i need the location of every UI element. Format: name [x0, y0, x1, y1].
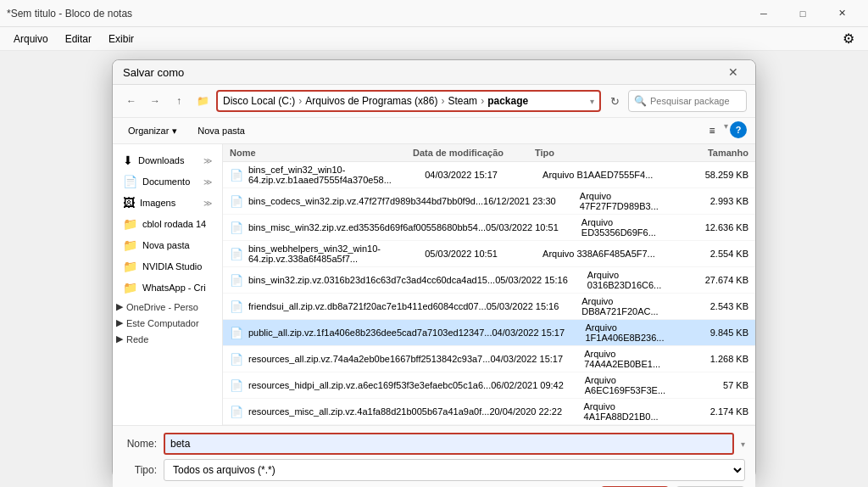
menu-arquivo[interactable]: Arquivo: [7, 30, 55, 48]
breadcrumb-part-1: Arquivos de Programas (x86): [305, 95, 437, 107]
dialog-content: ⬇ Downloads ≫ 📄 Documento ≫ 🖼 Imagens ≫ …: [113, 144, 755, 425]
table-row[interactable]: 📄 bins_win32.zip.vz.0316b23d16c63d7c3ad4…: [223, 267, 755, 294]
close-app-button[interactable]: ✕: [822, 0, 861, 27]
table-row[interactable]: 📄 bins_codecs_win32.zip.vz.47f27f7d989b3…: [223, 188, 755, 215]
table-row[interactable]: 📄 bins_misc_win32.zip.vz.ed35356d69f6af0…: [223, 215, 755, 241]
file-date: 05/03/2022 15:16: [487, 301, 581, 311]
new-folder-button[interactable]: Nova pasta: [191, 123, 252, 138]
sidebar-item-label: OneDrive - Perso: [126, 302, 198, 312]
filename-dropdown-icon[interactable]: ▾: [741, 439, 745, 449]
file-list-header: Nome Data de modificação Tipo Tamanho: [223, 144, 755, 162]
organize-button[interactable]: Organizar ▾: [121, 123, 184, 139]
refresh-button[interactable]: ↻: [604, 91, 625, 111]
type-label: Tipo:: [123, 464, 157, 476]
breadcrumb-sep-0: ›: [298, 95, 302, 107]
breadcrumb[interactable]: Disco Local (C:) › Arquivos de Programas…: [216, 90, 601, 112]
breadcrumb-sep-2: ›: [481, 95, 484, 107]
file-size: 2.543 KB: [677, 301, 748, 311]
sidebar-item-label: Downloads: [138, 155, 198, 165]
file-size: 12.636 KB: [676, 222, 748, 232]
file-type: Arquivo B1AAED7555F4...: [542, 170, 660, 180]
sidebar-item-label: Documento: [142, 176, 198, 187]
help-icon[interactable]: ?: [730, 121, 747, 138]
file-name: resources_all.zip.vz.74a4a2eb0be1667bff2…: [248, 354, 490, 364]
filetype-select[interactable]: Todos os arquivos (*.*): [164, 459, 745, 481]
table-row[interactable]: 📄 bins_cef_win32_win10-64.zip.vz.b1aaed7…: [223, 162, 755, 188]
file-name: bins_misc_win32.zip.vz.ed35356d69f6af005…: [248, 222, 486, 232]
back-button[interactable]: ←: [121, 91, 142, 111]
file-size: 1.268 KB: [678, 354, 748, 364]
action-bar: Organizar ▾ Nova pasta ≡ ▾ ?: [113, 118, 755, 144]
filename-input[interactable]: [164, 433, 734, 455]
table-row[interactable]: 📄 resources_all.zip.vz.74a4a2eb0be1667bf…: [223, 346, 755, 372]
breadcrumb-part-0: Disco Local (C:): [223, 95, 295, 107]
file-icon: 📄: [230, 274, 243, 287]
file-list-area: Nome Data de modificação Tipo Tamanho 📄 …: [223, 144, 755, 425]
file-date: 05/03/2022 15:16: [495, 275, 587, 285]
sidebar-item-imagens[interactable]: 🖼 Imagens ≫: [116, 193, 219, 213]
filename-row: Nome: ▾: [123, 433, 745, 455]
column-type[interactable]: Tipo: [535, 148, 657, 158]
app-title: *Sem titulo - Bloco de notas: [7, 8, 744, 20]
file-icon: 📄: [230, 327, 243, 339]
breadcrumb-dropdown-icon[interactable]: ▾: [590, 97, 594, 106]
filetype-row: Tipo: Todos os arquivos (*.*): [123, 459, 745, 481]
menu-exibir[interactable]: Exibir: [102, 30, 141, 48]
sidebar-item-cblol[interactable]: 📁 cblol rodada 14: [116, 214, 219, 234]
column-date[interactable]: Data de modificação: [413, 148, 535, 158]
table-row[interactable]: 📄 public_all.zip.vz.1f1a406e8b236dee5cad…: [223, 320, 755, 346]
documento-icon: 📄: [123, 175, 137, 188]
imagens-icon: 🖼: [123, 196, 135, 210]
view-dropdown-icon[interactable]: ▾: [724, 121, 728, 140]
sidebar-item-label: Imagens: [140, 198, 198, 208]
sidebar-item-onedrive[interactable]: ▶ OneDrive - Perso: [113, 299, 222, 315]
app-titlebar: *Sem titulo - Bloco de notas ─ □ ✕: [0, 0, 868, 27]
sidebar-item-documento[interactable]: 📄 Documento ≫: [116, 171, 219, 192]
search-box[interactable]: 🔍: [628, 90, 747, 112]
file-name: bins_win32.zip.vz.0316b23d16c63d7c3ad4cc…: [248, 275, 495, 285]
file-name: resources_hidpi_all.zip.vz.a6ec169f53f3e…: [248, 380, 491, 390]
sidebar-item-rede[interactable]: ▶ Rede: [113, 331, 222, 347]
file-date: 05/03/2022 10:51: [425, 249, 542, 259]
sidebar-item-whatsapp[interactable]: 📁 WhatsApp - Cri: [116, 277, 219, 298]
forward-button[interactable]: →: [145, 91, 165, 111]
file-icon: 📄: [230, 248, 243, 260]
file-type: Arquivo 0316B23D16C6...: [587, 270, 680, 290]
table-row[interactable]: 📄 resources_hidpi_all.zip.vz.a6ec169f53f…: [223, 372, 755, 399]
table-row[interactable]: 📄 resources_misc_all.zip.vz.4a1fa88d21b0…: [223, 399, 755, 425]
window-controls: ─ □ ✕: [744, 0, 861, 27]
menu-editar[interactable]: Editar: [58, 30, 98, 48]
table-row[interactable]: 📄 bins_webhelpers_win32_win10-64.zip.vz.…: [223, 241, 755, 267]
breadcrumb-active: package: [487, 95, 528, 107]
sidebar-item-nova-pasta[interactable]: 📁 Nova pasta: [116, 235, 219, 255]
file-date: 06/02/2021 09:42: [491, 380, 584, 390]
dialog-titlebar: Salvar como ✕: [113, 60, 755, 85]
dialog-bottom: Nome: ▾ Tipo: Todos os arquivos (*.*) Co…: [113, 425, 755, 487]
gear-icon[interactable]: ⚙: [836, 27, 861, 50]
file-name: public_all.zip.vz.1f1a406e8b236dee5cad7a…: [248, 327, 492, 338]
downloads-icon: ⬇: [123, 154, 133, 167]
file-size: 9.845 KB: [679, 327, 749, 338]
search-input[interactable]: [650, 96, 741, 106]
file-icon: 📄: [230, 353, 243, 366]
sidebar-item-nvidia[interactable]: 📁 NVIDIA Studio: [116, 256, 219, 277]
file-name: bins_codecs_win32.zip.vz.47f27f7d989b344…: [248, 196, 483, 206]
file-size: 57 KB: [678, 380, 748, 390]
up-button[interactable]: ↑: [169, 91, 189, 111]
file-date: 05/03/2022 10:51: [486, 222, 581, 232]
table-row[interactable]: 📄 friendsui_all.zip.vz.db8a721f20ac7e1b4…: [223, 294, 755, 320]
minimize-button[interactable]: ─: [744, 0, 783, 27]
toolbar-right: ↻ 🔍: [604, 90, 747, 112]
file-type: Arquivo 47F27F7D989B3...: [580, 191, 676, 211]
maximize-button[interactable]: □: [783, 0, 822, 27]
sidebar-item-downloads[interactable]: ⬇ Downloads ≫: [116, 150, 219, 171]
sidebar-item-este-computador[interactable]: ▶ Este Computador: [113, 315, 222, 331]
dialog-close-button[interactable]: ✕: [721, 60, 745, 84]
folder-icon[interactable]: 📁: [192, 91, 213, 111]
column-name[interactable]: Nome: [230, 148, 413, 158]
view-list-icon[interactable]: ≡: [702, 121, 722, 140]
column-size[interactable]: Tamanho: [657, 148, 748, 158]
name-label: Nome:: [123, 438, 157, 450]
sidebar-item-label: cblol rodada 14: [142, 219, 212, 229]
imagens-arrow-icon: ≫: [203, 199, 212, 208]
